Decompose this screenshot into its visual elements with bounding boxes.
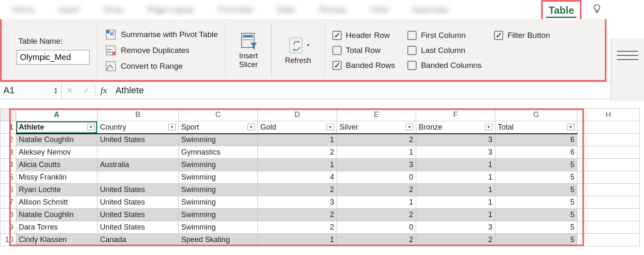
table-header-cell[interactable]: Total▼ [495, 121, 577, 134]
cell[interactable]: Ryan Lochte [16, 184, 97, 196]
cell[interactable]: Swimming [179, 221, 258, 234]
column-header-G[interactable]: G [495, 109, 577, 121]
summarise-pivot-button[interactable]: Summarise with Pivot Table [105, 27, 218, 42]
select-all-corner[interactable] [0, 109, 16, 121]
cell[interactable]: 2 [416, 234, 495, 246]
cell[interactable]: Swimming [179, 134, 258, 146]
cell[interactable]: Allison Schmitt [16, 196, 97, 209]
row-header-1[interactable]: 1 [0, 121, 16, 134]
cell[interactable]: 2 [258, 209, 337, 221]
cell[interactable]: 2 [337, 134, 416, 146]
cell[interactable]: 6 [495, 134, 577, 146]
formula-cancel-button[interactable]: ✕ [62, 85, 78, 95]
cell[interactable]: Speed Skating [179, 234, 258, 246]
cell[interactable]: 2 [337, 209, 416, 221]
insert-slicer-button[interactable]: Insert Slicer [233, 32, 264, 69]
filter-dropdown-icon[interactable]: ▼ [567, 124, 574, 130]
row-header-2[interactable]: 2 [0, 134, 16, 146]
cell[interactable] [577, 159, 640, 171]
row-header-5[interactable]: 5 [0, 171, 16, 184]
row-header-6[interactable]: 6 [0, 184, 16, 196]
filter-dropdown-icon[interactable]: ▼ [87, 124, 95, 130]
cell[interactable]: 4 [258, 171, 337, 184]
cell[interactable]: United States [97, 209, 179, 221]
cell[interactable] [577, 196, 640, 209]
name-box-spinner-icon[interactable]: ▲▼ [54, 87, 58, 94]
banded-columns-checkbox[interactable]: Banded Columns [407, 61, 482, 70]
cell[interactable]: United States [97, 221, 179, 234]
table-header-cell[interactable]: Bronze▼ [416, 121, 495, 134]
row-header-10[interactable]: 10 [0, 234, 16, 246]
cell[interactable]: 1 [416, 196, 495, 209]
cell[interactable]: 5 [495, 171, 577, 184]
cell[interactable] [577, 234, 640, 246]
cell[interactable]: 2 [258, 184, 337, 196]
cell[interactable]: Alicia Coutts [16, 159, 97, 171]
filter-dropdown-icon[interactable]: ▼ [485, 124, 492, 130]
table-name-input[interactable] [17, 50, 90, 65]
row-header-9[interactable]: 9 [0, 221, 16, 234]
row-header-7[interactable]: 7 [0, 196, 16, 209]
cell[interactable]: Australia [97, 159, 179, 171]
cell[interactable]: Aleksey Nemov [16, 146, 97, 159]
cell[interactable]: 1 [416, 159, 495, 171]
cell[interactable]: 3 [337, 159, 416, 171]
refresh-button[interactable]: ▾ Refresh [279, 36, 317, 65]
cell[interactable]: 6 [495, 146, 577, 159]
cell[interactable]: Swimming [179, 184, 258, 196]
cell[interactable]: 5 [495, 159, 577, 171]
table-header-cell[interactable]: Gold▼ [258, 121, 337, 134]
cell[interactable]: 1 [416, 184, 495, 196]
cell[interactable]: United States [97, 134, 179, 146]
cell[interactable]: Swimming [179, 159, 258, 171]
total-row-checkbox[interactable]: Total Row [332, 46, 395, 55]
cell[interactable]: 2 [258, 146, 337, 159]
cell[interactable] [577, 134, 640, 146]
convert-to-range-button[interactable]: Convert to Range [105, 58, 218, 74]
cell[interactable]: Canada [97, 234, 179, 246]
cell[interactable]: United States [97, 184, 179, 196]
cell[interactable]: Swimming [179, 196, 258, 209]
fx-icon[interactable]: fx [95, 85, 112, 96]
cell[interactable]: 0 [337, 221, 416, 234]
cell[interactable]: United States [97, 196, 179, 209]
column-header-E[interactable]: E [337, 109, 416, 121]
cell[interactable] [97, 171, 179, 184]
cell[interactable] [577, 209, 640, 221]
cell[interactable]: 1 [258, 134, 337, 146]
tell-me-icon[interactable] [592, 3, 602, 17]
cell[interactable]: 5 [495, 209, 577, 221]
cell[interactable]: 5 [495, 221, 577, 234]
cell[interactable]: 1 [416, 171, 495, 184]
filter-button-checkbox[interactable]: Filter Button [494, 31, 550, 40]
filter-dropdown-icon[interactable]: ▼ [406, 124, 413, 130]
column-header-C[interactable]: C [179, 109, 258, 121]
first-column-checkbox[interactable]: First Column [407, 31, 482, 40]
formula-confirm-button[interactable]: ✓ [78, 85, 95, 95]
column-header-D[interactable]: D [258, 109, 337, 121]
spreadsheet-grid[interactable]: ABCDEFGH1Athlete▼Country▼Sport▼Gold▼Silv… [0, 108, 640, 246]
remove-duplicates-button[interactable]: Remove Duplicates [105, 42, 218, 58]
cell[interactable] [577, 221, 640, 234]
tab-table[interactable]: Table [541, 0, 582, 19]
cell[interactable]: 3 [258, 196, 337, 209]
row-header-4[interactable]: 4 [0, 159, 16, 171]
cell[interactable]: Missy Franklin [16, 171, 97, 184]
header-row-checkbox[interactable]: Header Row [332, 31, 395, 40]
name-box[interactable]: A1 ▲▼ [0, 82, 62, 99]
cell[interactable]: 1 [337, 146, 416, 159]
cell[interactable]: 5 [495, 184, 577, 196]
formula-input[interactable]: Athlete [112, 85, 644, 96]
cell[interactable]: 5 [495, 234, 577, 246]
cell[interactable]: 0 [337, 171, 416, 184]
banded-rows-checkbox[interactable]: Banded Rows [332, 61, 395, 70]
filter-dropdown-icon[interactable]: ▼ [327, 124, 334, 130]
column-header-F[interactable]: F [416, 109, 495, 121]
cell[interactable]: 1 [337, 196, 416, 209]
row-header-8[interactable]: 8 [0, 209, 16, 221]
cell[interactable]: 1 [416, 209, 495, 221]
cell[interactable]: Swimming [179, 209, 258, 221]
cell[interactable] [577, 146, 640, 159]
cell[interactable]: Swimming [179, 171, 258, 184]
cell[interactable]: 3 [416, 134, 495, 146]
